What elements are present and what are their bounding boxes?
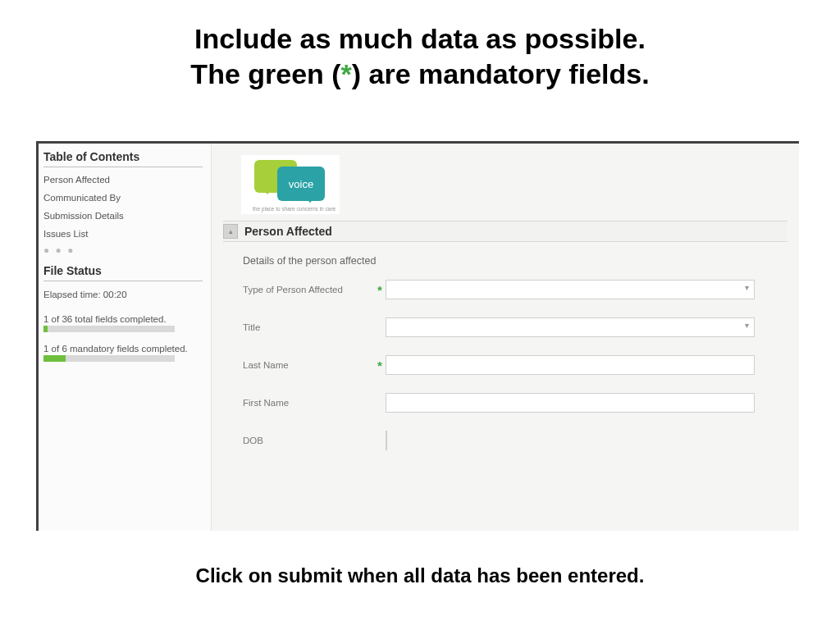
field-label: Last Name xyxy=(243,360,374,370)
speech-bubble-icon: voice xyxy=(277,167,325,201)
chevron-up-icon: ▴ xyxy=(229,227,233,235)
heading-line-1: Include as much data as possible. xyxy=(0,21,840,57)
field-dob: DOB xyxy=(243,431,788,450)
heading-line-2: The green (*) are mandatory fields. xyxy=(0,57,840,92)
field-label: DOB xyxy=(243,436,374,445)
total-fields-text: 1 of 36 total fields completed. xyxy=(43,309,203,326)
form-main: voice the place to share concerns in car… xyxy=(211,144,799,531)
field-first-name: First Name xyxy=(243,393,788,413)
ellipsis-icon: ● ● ● xyxy=(43,243,203,262)
logo-tagline: the place to share concerns in care xyxy=(253,206,336,212)
section-title: Person Affected xyxy=(244,225,332,238)
dob-input[interactable] xyxy=(386,431,387,450)
field-label: Title xyxy=(243,322,374,332)
mandatory-fields-text: 1 of 6 mandatory fields completed. xyxy=(43,339,203,355)
field-last-name: Last Name * xyxy=(243,355,788,375)
toc-item-communicated-by[interactable]: Communicated By xyxy=(43,189,203,207)
file-status-heading: File Status xyxy=(43,262,203,281)
section-header: ▴ Person Affected xyxy=(223,221,788,242)
voice-logo: voice the place to share concerns in car… xyxy=(241,155,340,214)
last-name-input[interactable] xyxy=(386,355,755,375)
asterisk-icon: * xyxy=(341,58,352,89)
field-title: Title xyxy=(243,317,788,337)
footer-instruction: Click on submit when all data has been e… xyxy=(0,564,840,587)
required-mark: * xyxy=(374,358,386,372)
field-type-of-person: Type of Person Affected * xyxy=(243,280,788,299)
type-of-person-select[interactable] xyxy=(386,280,755,299)
required-mark: * xyxy=(374,283,386,297)
mandatory-fields-progress xyxy=(43,355,175,362)
toc-item-submission-details[interactable]: Submission Details xyxy=(43,207,203,225)
collapse-button[interactable]: ▴ xyxy=(223,224,238,239)
field-label: Type of Person Affected xyxy=(243,285,374,294)
toc-item-person-affected[interactable]: Person Affected xyxy=(43,171,203,189)
section-subtitle: Details of the person affected xyxy=(243,255,788,267)
field-label: First Name xyxy=(243,398,374,408)
elapsed-time: Elapsed time: 00:20 xyxy=(43,285,203,301)
toc-item-issues-list[interactable]: Issues List xyxy=(43,225,203,243)
total-fields-progress-fill xyxy=(43,326,48,332)
toc-heading: Table of Contents xyxy=(43,148,203,167)
title-select[interactable] xyxy=(386,317,755,337)
sidebar: Table of Contents Person Affected Commun… xyxy=(39,144,211,531)
mandatory-fields-progress-fill xyxy=(43,355,66,362)
first-name-input[interactable] xyxy=(386,393,755,413)
total-fields-progress xyxy=(43,326,175,332)
app-screenshot: Table of Contents Person Affected Commun… xyxy=(36,141,799,531)
instruction-heading: Include as much data as possible. The gr… xyxy=(0,0,840,91)
